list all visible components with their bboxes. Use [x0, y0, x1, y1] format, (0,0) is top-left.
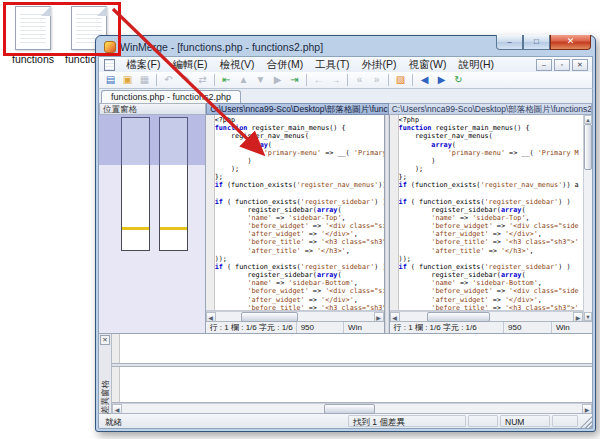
open-icon[interactable]: ▣: [120, 73, 136, 87]
title-bar[interactable]: WinMerge - [functions.php - functions2.p…: [98, 36, 593, 56]
code-line: 'before_widget' => '<div class="side: [215, 222, 384, 230]
right-code-area[interactable]: <?phpfunction register_main_menus() { re…: [390, 115, 583, 311]
code-line: register_sidebar(array(: [215, 206, 384, 214]
code-line: if ( function_exists('register_sidebar')…: [399, 263, 583, 271]
maximize-button[interactable]: □: [523, 35, 550, 50]
page-fold: [97, 6, 107, 16]
toolbar-separator: [306, 74, 307, 86]
code-line: 'primary-menu' => __( 'Primary M: [215, 149, 384, 157]
mdi-restore-button[interactable]: ▫: [554, 59, 570, 71]
menu-item-7[interactable]: 說明(H): [453, 57, 501, 73]
code-line: ));: [399, 255, 583, 263]
menu-item-4[interactable]: 工具(T): [309, 57, 355, 73]
left-file-path-header[interactable]: C:\Users\nnca99-Sco\Desktop\部落格圖片\functi…: [206, 103, 389, 115]
diff-pane-horizontal-scrollbar[interactable]: ◀ ▶: [112, 403, 592, 413]
diff-pane-close-icon[interactable]: ✕: [100, 335, 110, 345]
first-difference-icon[interactable]: ⇤: [219, 73, 235, 87]
code-line: if (function_exists('register_nav_menus'…: [215, 181, 384, 189]
refresh-icon[interactable]: ↻: [451, 73, 467, 87]
diff-pane: ✕ 差異窗格 ◀ ▶: [98, 333, 593, 413]
menu-item-6[interactable]: 視窗(W): [403, 57, 453, 73]
minimize-button[interactable]: –: [496, 35, 523, 50]
mdi-minimize-button[interactable]: –: [536, 59, 552, 71]
cursor-position: 行 : 1 欄 : 1/6 字元 : 1/6: [390, 322, 504, 333]
code-line: if (function_exists('register_nav_menus'…: [399, 181, 583, 189]
right-vertical-scrollbar[interactable]: ▲ ▼: [583, 115, 592, 321]
left-selection-margin: [206, 115, 215, 310]
scroll-thumb[interactable]: [324, 404, 375, 414]
code-line: register_sidebar(array(: [399, 206, 583, 214]
scroll-down-arrow-icon[interactable]: ▼: [584, 312, 592, 321]
options-icon[interactable]: ▨: [393, 73, 409, 87]
scroll-thumb[interactable]: [584, 124, 592, 170]
location-pane[interactable]: [99, 115, 206, 333]
scroll-thumb[interactable]: [427, 312, 489, 322]
code-line: 'before_title' => '<h3 class="sh3">': [215, 304, 384, 310]
undo-icon: ↶: [161, 73, 177, 87]
resize-grip[interactable]: [579, 414, 592, 428]
code-line: <?php: [215, 116, 384, 124]
left-code-area[interactable]: <?phpfunction register_main_menus() { re…: [206, 115, 384, 311]
status-bar: 就緒 找到 1 個差異 NUM: [98, 413, 593, 429]
scroll-left-arrow-icon[interactable]: ◀: [390, 312, 400, 322]
scroll-left-arrow-icon[interactable]: ◀: [112, 404, 122, 414]
visible-area-overlay: [99, 115, 205, 165]
code-line: 'before_widget' => '<div class="side: [399, 222, 583, 230]
right-file-path-header[interactable]: C:\Users\nnca99-Sco\Desktop\部落格圖片\functi…: [389, 103, 592, 115]
code-line: register_sidebar(array(: [215, 271, 384, 279]
codepage: 950: [297, 322, 344, 333]
diff-marker[interactable]: [160, 227, 187, 230]
code-line: 'before_title' => '<h3 class="sh3">': [215, 238, 384, 246]
menu-item-5[interactable]: 外掛(P): [356, 57, 403, 73]
status-empty-section: [552, 415, 578, 427]
current-difference-icon: ▶: [270, 73, 286, 87]
code-line: ): [399, 157, 583, 165]
copy-all-to-left-icon[interactable]: ◀: [417, 73, 433, 87]
menu-item-0[interactable]: 檔案(F): [120, 57, 166, 73]
scroll-left-arrow-icon[interactable]: ◀: [206, 312, 216, 322]
code-line: );: [399, 165, 583, 173]
menu-item-3[interactable]: 合併(M): [260, 57, 309, 73]
copy-all-to-right-icon[interactable]: ▶: [434, 73, 450, 87]
menu-item-2[interactable]: 檢視(V): [213, 57, 260, 73]
code-line: 'before_title' => '<h3 class="sh3">': [399, 304, 583, 310]
left-code-lines[interactable]: <?phpfunction register_main_menus() { re…: [215, 115, 384, 310]
diff-detail-left[interactable]: [112, 334, 592, 364]
right-horizontal-scrollbar[interactable]: ◀ ▶: [390, 311, 583, 321]
code-line: 'after_title' => '</h3>',: [215, 247, 384, 255]
page-fold: [41, 6, 51, 16]
scroll-right-arrow-icon[interactable]: ▶: [582, 404, 592, 414]
last-difference-icon[interactable]: ⇥: [287, 73, 303, 87]
next-difference-icon: ▼: [253, 73, 269, 87]
code-line: 'after_title' => '</h3>',: [399, 247, 583, 255]
copy-left-advance-icon: «: [352, 73, 368, 87]
mdi-document-icon[interactable]: [104, 59, 115, 71]
code-line: ): [215, 157, 384, 165]
new-file-icon[interactable]: ▤: [103, 73, 119, 87]
right-pane-status: 行 : 1 欄 : 1/6 字元 : 1/6 950 Win: [390, 321, 592, 333]
code-line: 'before_widget' => '<div class="side: [399, 287, 583, 295]
right-editor-pane: <?phpfunction register_main_menus() { re…: [390, 115, 592, 333]
left-horizontal-scrollbar[interactable]: ◀ ▶: [206, 311, 384, 321]
status-ready: 就緒: [100, 415, 346, 427]
eol-style: Win: [344, 322, 384, 333]
menu-item-1[interactable]: 編輯(E): [166, 57, 213, 73]
scroll-up-arrow-icon[interactable]: ▲: [584, 115, 592, 124]
diff-pane-body: ◀ ▶: [112, 334, 592, 413]
scroll-thumb[interactable]: [241, 312, 298, 322]
diff-marker[interactable]: [122, 227, 149, 230]
compare-tab[interactable]: functions.php - functions2.php: [101, 90, 241, 103]
mdi-close-button[interactable]: ✕: [572, 59, 588, 71]
right-code-lines[interactable]: <?phpfunction register_main_menus() { re…: [399, 115, 583, 310]
scroll-right-arrow-icon[interactable]: ▶: [573, 312, 583, 322]
left-pane-status: 行 : 1 欄 : 1/6 字元 : 1/6 950 Win: [206, 321, 384, 333]
code-line: ));: [215, 255, 384, 263]
code-line: 'after_widget' => '</div>',: [399, 296, 583, 304]
menu-bar: 檔案(F)編輯(E)檢視(V)合併(M)工具(T)外掛(P)視窗(W)說明(H)…: [98, 56, 593, 72]
toolbar-separator: [347, 74, 348, 86]
file-icon-functions[interactable]: functions: [6, 6, 60, 65]
code-line: <?php: [399, 116, 583, 124]
close-button[interactable]: ✕: [550, 35, 591, 50]
diff-detail-right[interactable]: [112, 367, 592, 403]
scroll-right-arrow-icon[interactable]: ▶: [374, 312, 384, 322]
